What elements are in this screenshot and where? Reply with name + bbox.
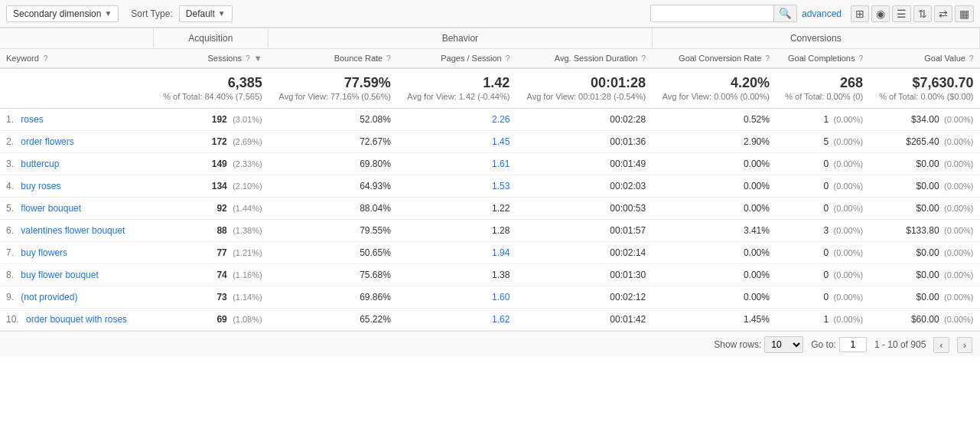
sessions-label: Sessions: [207, 54, 242, 63]
sessions-col-header[interactable]: Sessions ? ▼: [153, 49, 269, 69]
avg-duration-value: 00:00:53: [610, 203, 646, 214]
goal-value-pct: (0.00%): [944, 293, 974, 302]
goal-completions-value: 0: [824, 292, 829, 302]
view-grid-icon[interactable]: ⊞: [851, 5, 869, 22]
goal-completions-value: 0: [824, 270, 829, 280]
table-row: 8. buy flower bouquet 74 (1.16%) 75.68% …: [0, 264, 980, 286]
pages-session-value: 1.61: [492, 159, 510, 169]
totals-keyword-cell: [0, 68, 153, 109]
search-input[interactable]: [651, 6, 773, 21]
goal-conv-rate-cell: 0.00%: [652, 264, 776, 286]
pages-session-cell: 1.60: [397, 286, 516, 309]
bounce-rate-col-header[interactable]: Bounce Rate ?: [269, 49, 397, 69]
keyword-help-icon[interactable]: ?: [44, 54, 48, 63]
bounce-rate-cell: 65.22%: [269, 309, 397, 331]
sessions-sort-icon: ▼: [254, 54, 262, 63]
goal-value-cell: $0.00 (0.00%): [869, 242, 979, 264]
goto-label: Go to:: [811, 339, 836, 350]
goal-completions-pct: (0.00%): [834, 204, 864, 213]
pages-session-help-icon[interactable]: ?: [506, 54, 510, 63]
goal-completions-label: Goal Completions: [788, 54, 855, 63]
goal-completions-col-header[interactable]: Goal Completions ?: [776, 49, 869, 69]
view-list-icon[interactable]: ☰: [892, 5, 911, 22]
keyword-cell: 2. order flowers: [0, 131, 153, 153]
bounce-rate-value: 72.67%: [360, 136, 391, 147]
sessions-cell: 88 (1.38%): [153, 220, 269, 242]
keyword-link[interactable]: buy flowers: [21, 247, 67, 258]
table-row: 10. order bouquet with roses 69 (1.08%) …: [0, 309, 980, 331]
search-box: 🔍: [650, 5, 797, 22]
show-rows-select[interactable]: 10 25 50 100 500: [764, 336, 803, 353]
pages-session-col-header[interactable]: Pages / Session ?: [397, 49, 516, 69]
keyword-link[interactable]: buy roses: [21, 181, 60, 191]
avg-duration-col-header[interactable]: Avg. Session Duration ?: [516, 49, 652, 69]
keyword-link[interactable]: (not provided): [21, 292, 77, 302]
keyword-link[interactable]: order flowers: [21, 136, 73, 147]
goal-completions-cell: 3 (0.00%): [776, 220, 869, 242]
totals-goal-completions-value: 268: [840, 75, 863, 90]
goal-value-col-header[interactable]: Goal Value ?: [869, 49, 979, 69]
keyword-cell: 5. flower bouquet: [0, 198, 153, 220]
goal-value-pct: (0.00%): [944, 315, 974, 324]
sort-type-dropdown[interactable]: Default ▼: [179, 5, 233, 22]
keyword-link[interactable]: buttercup: [21, 159, 59, 169]
keyword-link[interactable]: buy flower bouquet: [21, 270, 98, 280]
keyword-link[interactable]: flower bouquet: [21, 203, 81, 214]
goal-conv-rate-value: 0.00%: [744, 203, 770, 214]
acquisition-group-header: Acquisition: [153, 28, 269, 49]
goal-value-pct: (0.00%): [944, 226, 974, 235]
search-button[interactable]: 🔍: [773, 5, 796, 21]
table-footer: Show rows: 10 25 50 100 500 Go to: 1 - 1…: [0, 331, 980, 358]
goal-completions-cell: 0 (0.00%): [776, 198, 869, 220]
goal-completions-pct: (0.00%): [834, 226, 864, 235]
goal-conv-rate-help-icon[interactable]: ?: [765, 54, 770, 63]
goal-value-value: $0.00: [917, 292, 939, 302]
goal-value-value: $0.00: [917, 203, 939, 214]
goal-conv-rate-value: 0.00%: [744, 270, 770, 280]
table-row: 9. (not provided) 73 (1.14%) 69.86% 1.60…: [0, 286, 980, 309]
secondary-dimension-dropdown[interactable]: Secondary dimension ▼: [6, 5, 119, 22]
next-page-button[interactable]: ›: [957, 337, 972, 353]
sort-default-label: Default: [186, 8, 215, 19]
avg-duration-value: 00:01:42: [610, 314, 646, 325]
goto-input[interactable]: [839, 337, 867, 352]
totals-pages-session-cell: 1.42 Avg for View: 1.42 (-0.44%): [397, 68, 516, 109]
sessions-pct: (1.21%): [233, 248, 262, 257]
sessions-cell: 77 (1.21%): [153, 242, 269, 264]
sessions-help-icon[interactable]: ?: [246, 54, 250, 63]
advanced-link[interactable]: advanced: [802, 8, 842, 19]
bounce-rate-help-icon[interactable]: ?: [386, 54, 391, 63]
prev-page-button[interactable]: ‹: [933, 337, 949, 353]
pages-session-cell: 2.26: [397, 109, 516, 131]
pages-session-value: 1.60: [492, 292, 510, 302]
avg-duration-cell: 00:01:49: [516, 153, 652, 175]
goal-conv-rate-col-header[interactable]: Goal Conversion Rate ?: [652, 49, 776, 69]
sessions-pct: (3.01%): [233, 115, 262, 124]
goal-value-cell: $60.00 (0.00%): [869, 309, 979, 331]
keyword-link[interactable]: order bouquet with roses: [26, 314, 127, 325]
totals-row: 6,385 % of Total: 84.40% (7,565) 77.59% …: [0, 68, 980, 109]
table-row: 6. valentines flower bouquet 88 (1.38%) …: [0, 220, 980, 242]
avg-duration-cell: 00:02:28: [516, 109, 652, 131]
avg-duration-value: 00:02:12: [610, 292, 646, 302]
sessions-cell: 172 (2.69%): [153, 131, 269, 153]
table-row: 5. flower bouquet 92 (1.44%) 88.04% 1.22…: [0, 198, 980, 220]
keyword-link[interactable]: roses: [21, 114, 43, 125]
goal-value-help-icon[interactable]: ?: [969, 54, 974, 63]
keyword-link[interactable]: valentines flower bouquet: [21, 225, 125, 236]
sessions-value: 172: [212, 136, 227, 147]
goal-value-cell: $0.00 (0.00%): [869, 198, 979, 220]
view-pie-icon[interactable]: ◉: [871, 5, 890, 22]
sessions-pct: (1.44%): [233, 204, 262, 213]
avg-duration-help-icon[interactable]: ?: [642, 54, 646, 63]
view-custom-icon[interactable]: ▦: [955, 5, 974, 22]
totals-sessions-sub: % of Total: 84.40% (7,565): [163, 92, 262, 101]
goal-conv-rate-value: 2.90%: [744, 136, 770, 147]
goal-completions-help-icon[interactable]: ?: [859, 54, 864, 63]
totals-goal-value-value: $7,630.70: [912, 75, 973, 90]
view-pivot-icon[interactable]: ⇄: [934, 5, 952, 22]
bounce-rate-value: 88.04%: [360, 203, 391, 214]
goal-conv-rate-value: 0.00%: [744, 247, 770, 258]
view-compare-icon[interactable]: ⇅: [913, 5, 932, 22]
goal-value-value: $0.00: [917, 159, 939, 169]
